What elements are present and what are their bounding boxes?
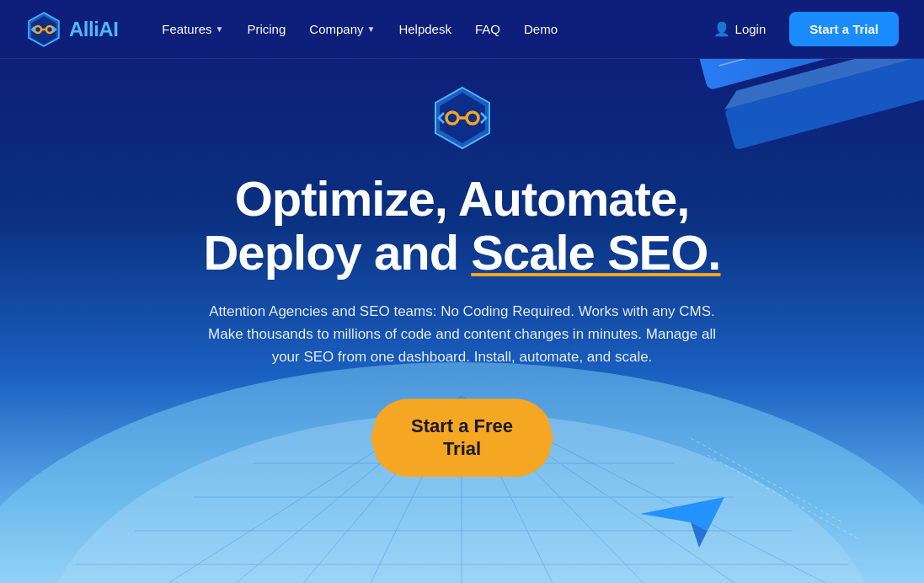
headline-underlined: Scale SEO. [471, 225, 720, 280]
hero-headline: Optimize, Automate, Deploy and Scale SEO… [201, 172, 724, 280]
hero-subtitle: Attention Agencies and SEO teams: No Cod… [201, 300, 724, 369]
features-dropdown-arrow: ▼ [216, 24, 224, 34]
svg-rect-24 [724, 59, 924, 150]
user-icon: 👤 [713, 21, 730, 37]
start-free-trial-button[interactable]: Start a FreeTrial [371, 398, 553, 477]
logo-icon [25, 11, 62, 48]
navbar: AlliAI Features ▼ Pricing Company ▼ Help… [0, 0, 924, 59]
company-dropdown-arrow: ▼ [367, 24, 376, 34]
start-trial-button[interactable]: Start a Trial [789, 12, 899, 46]
logo-text: AlliAI [69, 18, 118, 41]
hero-section: Optimize, Automate, Deploy and Scale SEO… [0, 59, 924, 583]
nav-right: 👤 Login Start a Trial [703, 12, 899, 46]
nav-faq[interactable]: FAQ [465, 15, 510, 43]
nav-pricing[interactable]: Pricing [237, 15, 296, 43]
svg-line-23 [719, 59, 924, 66]
nav-helpdesk[interactable]: Helpdesk [388, 15, 462, 43]
nav-company[interactable]: Company ▼ [299, 15, 385, 43]
svg-marker-25 [640, 497, 724, 531]
login-button[interactable]: 👤 Login [703, 14, 777, 44]
nav-links: Features ▼ Pricing Company ▼ Helpdesk FA… [152, 15, 702, 43]
svg-marker-26 [691, 522, 708, 548]
hero-content: Optimize, Automate, Deploy and Scale SEO… [184, 84, 740, 477]
logo[interactable]: AlliAI [25, 11, 118, 48]
nav-demo[interactable]: Demo [514, 15, 568, 43]
hero-logo-icon [429, 84, 496, 152]
nav-features[interactable]: Features ▼ [152, 15, 233, 43]
